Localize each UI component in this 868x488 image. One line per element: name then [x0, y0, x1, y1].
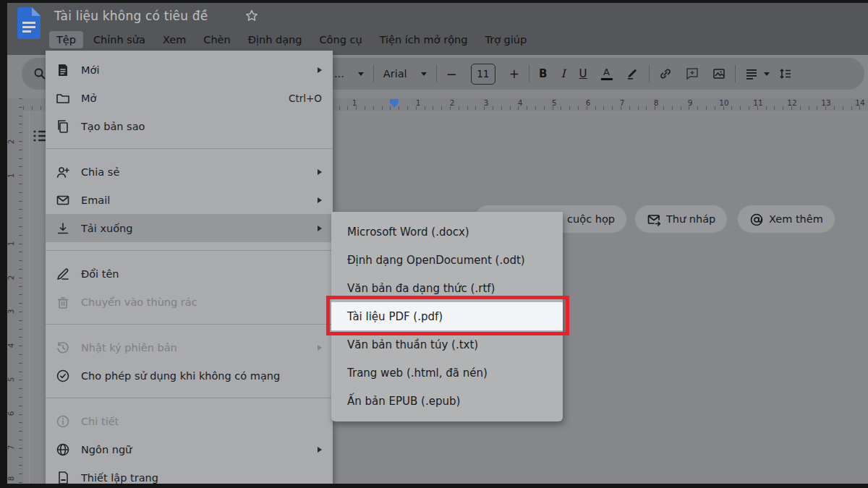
chevron-down-icon: [764, 72, 770, 76]
underline-button[interactable]: U: [579, 67, 587, 80]
menubar-item-1[interactable]: Chỉnh sửa: [86, 31, 153, 48]
styles-dropdown[interactable]: ...: [334, 68, 364, 80]
submenu-arrow-icon: [318, 226, 322, 231]
menu-item-label: Chia sẻ: [81, 166, 119, 178]
menubar-item-6[interactable]: Tiện ích mở rộng: [373, 31, 475, 48]
insert-image-icon[interactable]: [712, 67, 726, 80]
submenu-arrow-icon: [318, 447, 322, 453]
ruler-number: 6: [586, 98, 591, 107]
email-icon: [56, 193, 70, 207]
menubar-item-7[interactable]: Trợ giúp: [477, 31, 534, 48]
submenu-item[interactable]: Ấn bản EPUB (.epub): [331, 387, 563, 415]
link-icon[interactable]: [659, 67, 672, 80]
offline-check-icon: [56, 369, 70, 383]
file-menu-item[interactable]: MởCtrl+O: [46, 84, 333, 112]
file-menu-item[interactable]: Cho phép sử dụng khi không có mạng: [46, 361, 333, 390]
increase-font-button[interactable]: +: [509, 67, 519, 81]
submenu-item[interactable]: Văn bản thuần túy (.txt): [331, 330, 563, 359]
menu-item-label: Tải xuống: [81, 223, 132, 234]
menu-item-label: Chi tiết: [81, 416, 119, 427]
file-menu-item[interactable]: Đổi tên: [46, 260, 333, 288]
submenu-arrow-icon: [318, 67, 322, 73]
ruler-number: 1: [7, 174, 15, 179]
menu-item-label: Mở: [81, 93, 96, 104]
menu-item-shortcut: Ctrl+O: [289, 93, 322, 104]
chip-label: Thư nháp: [666, 213, 715, 225]
submenu-item[interactable]: Trang web (.html, đã nén): [331, 359, 563, 387]
text-color-button[interactable]: A: [601, 67, 613, 81]
file-menu-item[interactable]: Tải xuống: [46, 214, 333, 242]
person-add-icon: [56, 165, 70, 179]
menubar-item-5[interactable]: Công cụ: [312, 31, 369, 48]
file-menu-item[interactable]: Chia sẻ: [46, 158, 333, 186]
ruler-number: 4: [7, 343, 15, 348]
line-spacing-icon[interactable]: [779, 67, 792, 80]
submenu-item[interactable]: Văn bản đa dạng thức (.rtf): [331, 274, 563, 302]
file-menu-item[interactable]: Ngôn ngữ: [46, 435, 333, 463]
file-menu-item: Chuyển vào thùng rác: [46, 288, 333, 316]
menubar-item-4[interactable]: Định dạng: [241, 31, 310, 48]
page-setup-icon: [56, 471, 70, 485]
ruler-number: 6: [7, 411, 15, 416]
menubar-item-2[interactable]: Xem: [156, 31, 193, 48]
screenshot-edge-bottom: [0, 484, 868, 488]
font-size-input[interactable]: 11: [471, 64, 495, 85]
ruler-number: 1: [352, 98, 357, 107]
new-doc-icon: [56, 63, 70, 77]
file-menu-item[interactable]: Tạo bản sao: [46, 112, 333, 140]
submenu-arrow-icon: [318, 197, 322, 203]
vertical-ruler[interactable]: 2112345678: [7, 98, 23, 484]
italic-button[interactable]: I: [561, 67, 565, 80]
indent-marker[interactable]: [390, 99, 399, 108]
template-chip-2[interactable]: Xem thêm: [738, 205, 835, 233]
divider: [436, 65, 437, 82]
submenu-item[interactable]: Microsoft Word (.docx): [331, 218, 563, 246]
document-title[interactable]: Tài liệu không có tiêu đề: [54, 9, 208, 23]
submenu-item-label: Trang web (.html, đã nén): [347, 367, 488, 380]
ruler-number: 4: [518, 98, 523, 107]
divider: [373, 65, 374, 82]
menubar-item-file[interactable]: Tệp: [49, 31, 83, 48]
copy-icon: [56, 119, 70, 134]
file-menu-item[interactable]: Mới: [46, 56, 333, 84]
chevron-down-icon: [358, 72, 364, 76]
menu-separator: [46, 148, 333, 149]
template-chip-1[interactable]: Thư nháp: [635, 205, 727, 233]
menu-separator: [46, 398, 333, 398]
menu-item-label: Nhật ký phiên bản: [81, 342, 177, 354]
star-icon[interactable]: [244, 9, 259, 23]
download-submenu: Microsoft Word (.docx)Định dạng OpenDocu…: [331, 212, 563, 421]
ruler-number: 5: [7, 377, 15, 382]
menu-item-label: Đổi tên: [81, 268, 119, 280]
submenu-item-label: Văn bản đa dạng thức (.rtf): [347, 282, 495, 295]
menu-item-label: Cho phép sử dụng khi không có mạng: [81, 370, 280, 382]
submenu-arrow-icon: [318, 345, 322, 351]
submenu-item-pdf[interactable]: Tài liệu PDF (.pdf): [331, 302, 563, 330]
docs-header: Tài liệu không có tiêu đề TệpChỉnh sửaXe…: [7, 3, 868, 55]
at-icon: [749, 213, 762, 226]
file-menu: MớiMởCtrl+OTạo bản saoChia sẻEmailTải xu…: [46, 51, 333, 488]
folder-open-icon: [56, 91, 70, 106]
menu-separator: [46, 250, 333, 251]
submenu-item[interactable]: Định dạng OpenDocument (.odt): [331, 246, 563, 274]
email-draft-icon: [647, 213, 660, 226]
search-icon[interactable]: [33, 67, 46, 80]
styles-label: ...: [334, 68, 344, 80]
history-icon: [56, 341, 70, 355]
ruler-number: 3: [7, 309, 15, 314]
ruler-number: 11: [753, 98, 762, 107]
menubar-item-3[interactable]: Chèn: [196, 31, 237, 48]
ruler-number: 10: [719, 98, 728, 107]
decrease-font-button[interactable]: −: [446, 67, 457, 82]
google-docs-logo[interactable]: [17, 7, 41, 39]
file-menu-item[interactable]: Email: [46, 186, 333, 214]
chip-label: cuộc họp: [567, 213, 615, 225]
bold-button[interactable]: B: [539, 67, 547, 80]
font-dropdown[interactable]: Arial: [383, 68, 427, 80]
text-color-swatch: [601, 78, 613, 81]
ruler-number: 14: [855, 98, 864, 107]
add-comment-icon[interactable]: [686, 67, 699, 80]
highlighter-icon[interactable]: [626, 67, 639, 80]
align-icon[interactable]: [745, 67, 758, 80]
ruler-number: 7: [620, 98, 625, 107]
